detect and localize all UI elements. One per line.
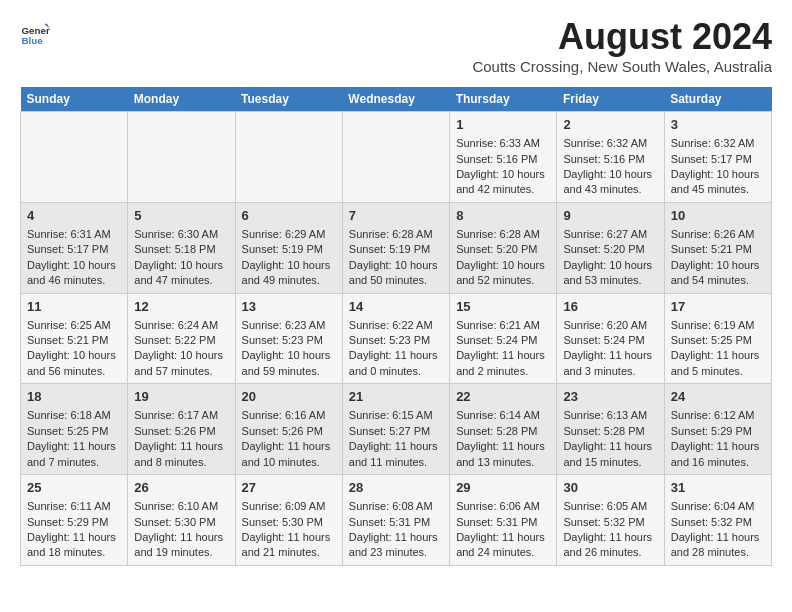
day-number: 21 [349,388,443,406]
day-info: Sunrise: 6:24 AM [134,318,228,333]
calendar-cell: 26Sunrise: 6:10 AMSunset: 5:30 PMDayligh… [128,475,235,566]
calendar-cell: 13Sunrise: 6:23 AMSunset: 5:23 PMDayligh… [235,293,342,384]
day-info: Daylight: 10 hours [671,258,765,273]
day-info: Daylight: 11 hours [349,530,443,545]
calendar-cell: 30Sunrise: 6:05 AMSunset: 5:32 PMDayligh… [557,475,664,566]
day-info: Sunset: 5:25 PM [671,333,765,348]
day-info: Sunrise: 6:05 AM [563,499,657,514]
day-info: Sunrise: 6:26 AM [671,227,765,242]
day-info: Sunset: 5:23 PM [349,333,443,348]
calendar-cell: 5Sunrise: 6:30 AMSunset: 5:18 PMDaylight… [128,202,235,293]
day-number: 18 [27,388,121,406]
calendar-week-5: 25Sunrise: 6:11 AMSunset: 5:29 PMDayligh… [21,475,772,566]
day-info: Sunrise: 6:22 AM [349,318,443,333]
day-info: Daylight: 11 hours [349,439,443,454]
day-info: Daylight: 10 hours [134,348,228,363]
day-info: Sunrise: 6:10 AM [134,499,228,514]
day-number: 6 [242,207,336,225]
day-info: Sunrise: 6:30 AM [134,227,228,242]
calendar-cell: 15Sunrise: 6:21 AMSunset: 5:24 PMDayligh… [450,293,557,384]
day-info: and 5 minutes. [671,364,765,379]
calendar-cell: 24Sunrise: 6:12 AMSunset: 5:29 PMDayligh… [664,384,771,475]
day-info: Sunrise: 6:21 AM [456,318,550,333]
calendar-table: SundayMondayTuesdayWednesdayThursdayFrid… [20,87,772,566]
day-info: and 57 minutes. [134,364,228,379]
logo: General Blue [20,20,50,50]
weekday-header-friday: Friday [557,87,664,112]
day-info: Sunrise: 6:32 AM [671,136,765,151]
day-number: 27 [242,479,336,497]
day-info: Sunrise: 6:16 AM [242,408,336,423]
day-info: Sunrise: 6:25 AM [27,318,121,333]
day-number: 10 [671,207,765,225]
weekday-header-thursday: Thursday [450,87,557,112]
day-info: and 8 minutes. [134,455,228,470]
day-info: and 15 minutes. [563,455,657,470]
day-number: 11 [27,298,121,316]
weekday-header-wednesday: Wednesday [342,87,449,112]
calendar-cell: 16Sunrise: 6:20 AMSunset: 5:24 PMDayligh… [557,293,664,384]
day-info: Sunset: 5:20 PM [456,242,550,257]
day-info: Sunset: 5:28 PM [563,424,657,439]
day-info: Daylight: 10 hours [456,258,550,273]
day-info: and 52 minutes. [456,273,550,288]
day-info: and 59 minutes. [242,364,336,379]
day-info: Daylight: 11 hours [242,530,336,545]
calendar-cell: 8Sunrise: 6:28 AMSunset: 5:20 PMDaylight… [450,202,557,293]
calendar-cell: 12Sunrise: 6:24 AMSunset: 5:22 PMDayligh… [128,293,235,384]
day-info: Daylight: 11 hours [242,439,336,454]
calendar-cell: 19Sunrise: 6:17 AMSunset: 5:26 PMDayligh… [128,384,235,475]
calendar-cell: 10Sunrise: 6:26 AMSunset: 5:21 PMDayligh… [664,202,771,293]
day-info: and 0 minutes. [349,364,443,379]
day-info: Sunrise: 6:19 AM [671,318,765,333]
calendar-cell: 31Sunrise: 6:04 AMSunset: 5:32 PMDayligh… [664,475,771,566]
day-info: Sunset: 5:29 PM [671,424,765,439]
calendar-cell: 27Sunrise: 6:09 AMSunset: 5:30 PMDayligh… [235,475,342,566]
calendar-cell: 1Sunrise: 6:33 AMSunset: 5:16 PMDaylight… [450,112,557,203]
day-info: Sunrise: 6:28 AM [349,227,443,242]
day-number: 28 [349,479,443,497]
day-info: Sunset: 5:23 PM [242,333,336,348]
day-info: Sunset: 5:26 PM [134,424,228,439]
calendar-week-4: 18Sunrise: 6:18 AMSunset: 5:25 PMDayligh… [21,384,772,475]
calendar-cell [128,112,235,203]
day-number: 17 [671,298,765,316]
day-info: and 26 minutes. [563,545,657,560]
day-number: 1 [456,116,550,134]
day-number: 24 [671,388,765,406]
day-info: Daylight: 10 hours [671,167,765,182]
day-info: Sunset: 5:31 PM [456,515,550,530]
day-info: Sunset: 5:32 PM [563,515,657,530]
calendar-cell [21,112,128,203]
calendar-cell: 28Sunrise: 6:08 AMSunset: 5:31 PMDayligh… [342,475,449,566]
day-number: 2 [563,116,657,134]
day-info: Daylight: 10 hours [134,258,228,273]
calendar-cell: 11Sunrise: 6:25 AMSunset: 5:21 PMDayligh… [21,293,128,384]
day-info: Daylight: 11 hours [134,439,228,454]
day-number: 29 [456,479,550,497]
calendar-cell: 20Sunrise: 6:16 AMSunset: 5:26 PMDayligh… [235,384,342,475]
calendar-cell: 17Sunrise: 6:19 AMSunset: 5:25 PMDayligh… [664,293,771,384]
day-info: Sunset: 5:19 PM [349,242,443,257]
day-info: Sunrise: 6:31 AM [27,227,121,242]
weekday-header-tuesday: Tuesday [235,87,342,112]
day-info: Sunset: 5:16 PM [563,152,657,167]
day-info: Daylight: 11 hours [563,439,657,454]
weekday-header-monday: Monday [128,87,235,112]
day-info: and 2 minutes. [456,364,550,379]
day-info: Sunset: 5:30 PM [134,515,228,530]
day-info: Daylight: 10 hours [563,258,657,273]
day-info: and 28 minutes. [671,545,765,560]
day-info: Sunrise: 6:28 AM [456,227,550,242]
day-info: Sunrise: 6:13 AM [563,408,657,423]
day-info: Sunset: 5:22 PM [134,333,228,348]
calendar-week-3: 11Sunrise: 6:25 AMSunset: 5:21 PMDayligh… [21,293,772,384]
weekday-header-saturday: Saturday [664,87,771,112]
day-info: Daylight: 10 hours [563,167,657,182]
day-number: 22 [456,388,550,406]
calendar-cell: 18Sunrise: 6:18 AMSunset: 5:25 PMDayligh… [21,384,128,475]
day-info: Daylight: 11 hours [671,530,765,545]
day-info: and 18 minutes. [27,545,121,560]
day-number: 25 [27,479,121,497]
day-info: Sunrise: 6:14 AM [456,408,550,423]
